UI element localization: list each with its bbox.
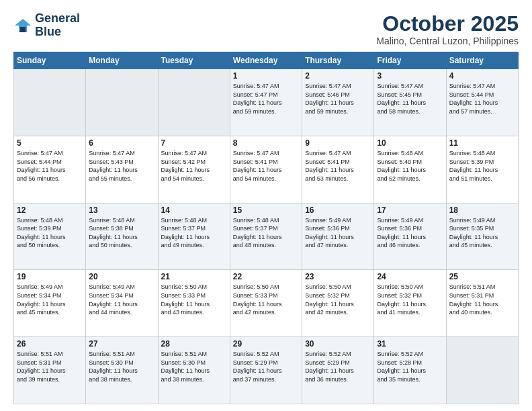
calendar-cell: 5Sunrise: 5:47 AM Sunset: 5:44 PM Daylig…	[14, 136, 86, 203]
cell-info: Sunrise: 5:47 AM Sunset: 5:44 PM Dayligh…	[449, 82, 515, 116]
calendar-cell	[86, 69, 158, 136]
cell-info: Sunrise: 5:49 AM Sunset: 5:36 PM Dayligh…	[305, 216, 371, 250]
day-number: 16	[305, 205, 371, 215]
logo-text: General Blue	[35, 12, 80, 39]
calendar-week-row: 26Sunrise: 5:51 AM Sunset: 5:31 PM Dayli…	[14, 337, 519, 404]
day-number: 18	[449, 205, 515, 215]
cell-info: Sunrise: 5:47 AM Sunset: 5:41 PM Dayligh…	[305, 149, 371, 183]
calendar-table: SundayMondayTuesdayWednesdayThursdayFrid…	[13, 52, 519, 404]
cell-info: Sunrise: 5:52 AM Sunset: 5:29 PM Dayligh…	[233, 350, 299, 383]
weekday-header: Friday	[374, 52, 446, 69]
weekday-header: Sunday	[14, 52, 86, 69]
day-number: 9	[305, 138, 371, 148]
day-number: 27	[89, 339, 154, 349]
day-number: 20	[89, 272, 154, 281]
day-number: 14	[161, 205, 227, 215]
cell-info: Sunrise: 5:50 AM Sunset: 5:33 PM Dayligh…	[233, 283, 299, 316]
calendar-cell: 16Sunrise: 5:49 AM Sunset: 5:36 PM Dayli…	[302, 203, 374, 270]
header: General Blue October 2025 Malino, Centra…	[13, 12, 519, 46]
cell-info: Sunrise: 5:47 AM Sunset: 5:46 PM Dayligh…	[305, 82, 371, 116]
day-number: 5	[17, 138, 83, 148]
calendar-cell: 23Sunrise: 5:50 AM Sunset: 5:32 PM Dayli…	[302, 270, 374, 337]
cell-info: Sunrise: 5:50 AM Sunset: 5:32 PM Dayligh…	[305, 283, 371, 316]
location: Malino, Central Luzon, Philippines	[376, 36, 519, 46]
calendar-cell: 25Sunrise: 5:51 AM Sunset: 5:31 PM Dayli…	[446, 270, 518, 337]
calendar-cell: 31Sunrise: 5:52 AM Sunset: 5:28 PM Dayli…	[374, 337, 446, 404]
calendar-cell: 17Sunrise: 5:49 AM Sunset: 5:36 PM Dayli…	[374, 203, 446, 270]
day-number: 6	[89, 138, 154, 148]
weekday-header: Tuesday	[158, 52, 230, 69]
day-number: 17	[377, 205, 443, 215]
cell-info: Sunrise: 5:51 AM Sunset: 5:30 PM Dayligh…	[89, 350, 154, 383]
logo-line1: General	[35, 12, 80, 26]
calendar-cell: 11Sunrise: 5:48 AM Sunset: 5:39 PM Dayli…	[446, 136, 518, 203]
calendar-cell: 14Sunrise: 5:48 AM Sunset: 5:37 PM Dayli…	[158, 203, 230, 270]
weekday-header: Saturday	[446, 52, 518, 69]
cell-info: Sunrise: 5:49 AM Sunset: 5:34 PM Dayligh…	[89, 283, 154, 316]
cell-info: Sunrise: 5:48 AM Sunset: 5:37 PM Dayligh…	[233, 216, 299, 250]
calendar-cell: 2Sunrise: 5:47 AM Sunset: 5:46 PM Daylig…	[302, 69, 374, 136]
day-number: 12	[17, 205, 83, 215]
cell-info: Sunrise: 5:47 AM Sunset: 5:41 PM Dayligh…	[233, 149, 299, 183]
header-row: SundayMondayTuesdayWednesdayThursdayFrid…	[14, 52, 519, 69]
weekday-header: Wednesday	[230, 52, 302, 69]
day-number: 8	[233, 138, 299, 148]
cell-info: Sunrise: 5:48 AM Sunset: 5:37 PM Dayligh…	[161, 216, 227, 250]
calendar-cell	[446, 337, 518, 404]
cell-info: Sunrise: 5:50 AM Sunset: 5:32 PM Dayligh…	[377, 283, 443, 316]
calendar-cell: 26Sunrise: 5:51 AM Sunset: 5:31 PM Dayli…	[14, 337, 86, 404]
cell-info: Sunrise: 5:49 AM Sunset: 5:34 PM Dayligh…	[17, 283, 83, 316]
day-number: 13	[89, 205, 154, 215]
calendar-cell	[158, 69, 230, 136]
calendar-cell: 7Sunrise: 5:47 AM Sunset: 5:42 PM Daylig…	[158, 136, 230, 203]
day-number: 23	[305, 272, 371, 281]
logo: General Blue	[13, 12, 80, 39]
weekday-header: Thursday	[302, 52, 374, 69]
cell-info: Sunrise: 5:51 AM Sunset: 5:31 PM Dayligh…	[17, 350, 83, 383]
calendar-cell: 10Sunrise: 5:48 AM Sunset: 5:40 PM Dayli…	[374, 136, 446, 203]
cell-info: Sunrise: 5:52 AM Sunset: 5:29 PM Dayligh…	[305, 350, 371, 383]
calendar-cell: 1Sunrise: 5:47 AM Sunset: 5:47 PM Daylig…	[230, 69, 302, 136]
calendar-week-row: 12Sunrise: 5:48 AM Sunset: 5:39 PM Dayli…	[14, 203, 519, 270]
calendar-cell: 6Sunrise: 5:47 AM Sunset: 5:43 PM Daylig…	[86, 136, 158, 203]
day-number: 29	[233, 339, 299, 349]
calendar-cell: 27Sunrise: 5:51 AM Sunset: 5:30 PM Dayli…	[86, 337, 158, 404]
calendar-cell: 12Sunrise: 5:48 AM Sunset: 5:39 PM Dayli…	[14, 203, 86, 270]
day-number: 31	[377, 339, 443, 349]
calendar-cell: 18Sunrise: 5:49 AM Sunset: 5:35 PM Dayli…	[446, 203, 518, 270]
day-number: 10	[377, 138, 443, 148]
cell-info: Sunrise: 5:49 AM Sunset: 5:35 PM Dayligh…	[449, 216, 515, 250]
calendar-cell: 15Sunrise: 5:48 AM Sunset: 5:37 PM Dayli…	[230, 203, 302, 270]
day-number: 21	[161, 272, 227, 281]
calendar-cell: 22Sunrise: 5:50 AM Sunset: 5:33 PM Dayli…	[230, 270, 302, 337]
day-number: 15	[233, 205, 299, 215]
cell-info: Sunrise: 5:47 AM Sunset: 5:47 PM Dayligh…	[233, 82, 299, 116]
day-number: 1	[233, 71, 299, 81]
calendar-cell	[14, 69, 86, 136]
day-number: 22	[233, 272, 299, 281]
cell-info: Sunrise: 5:47 AM Sunset: 5:44 PM Dayligh…	[17, 149, 83, 183]
month-title: October 2025	[376, 12, 519, 36]
calendar-cell: 19Sunrise: 5:49 AM Sunset: 5:34 PM Dayli…	[14, 270, 86, 337]
day-number: 11	[449, 138, 515, 148]
cell-info: Sunrise: 5:48 AM Sunset: 5:39 PM Dayligh…	[449, 149, 515, 183]
day-number: 2	[305, 71, 371, 81]
cell-info: Sunrise: 5:48 AM Sunset: 5:40 PM Dayligh…	[377, 149, 443, 183]
title-block: October 2025 Malino, Central Luzon, Phil…	[376, 12, 519, 46]
calendar-week-row: 1Sunrise: 5:47 AM Sunset: 5:47 PM Daylig…	[14, 69, 519, 136]
calendar-cell: 28Sunrise: 5:51 AM Sunset: 5:30 PM Dayli…	[158, 337, 230, 404]
calendar-cell: 8Sunrise: 5:47 AM Sunset: 5:41 PM Daylig…	[230, 136, 302, 203]
cell-info: Sunrise: 5:47 AM Sunset: 5:43 PM Dayligh…	[89, 149, 154, 183]
cell-info: Sunrise: 5:47 AM Sunset: 5:42 PM Dayligh…	[161, 149, 227, 183]
calendar-cell: 13Sunrise: 5:48 AM Sunset: 5:38 PM Dayli…	[86, 203, 158, 270]
cell-info: Sunrise: 5:52 AM Sunset: 5:28 PM Dayligh…	[377, 350, 443, 383]
cell-info: Sunrise: 5:48 AM Sunset: 5:38 PM Dayligh…	[89, 216, 154, 250]
day-number: 30	[305, 339, 371, 349]
day-number: 24	[377, 272, 443, 281]
day-number: 19	[17, 272, 83, 281]
calendar-cell: 24Sunrise: 5:50 AM Sunset: 5:32 PM Dayli…	[374, 270, 446, 337]
calendar-cell: 4Sunrise: 5:47 AM Sunset: 5:44 PM Daylig…	[446, 69, 518, 136]
calendar-cell: 3Sunrise: 5:47 AM Sunset: 5:45 PM Daylig…	[374, 69, 446, 136]
calendar-cell: 29Sunrise: 5:52 AM Sunset: 5:29 PM Dayli…	[230, 337, 302, 404]
weekday-header: Monday	[86, 52, 158, 69]
